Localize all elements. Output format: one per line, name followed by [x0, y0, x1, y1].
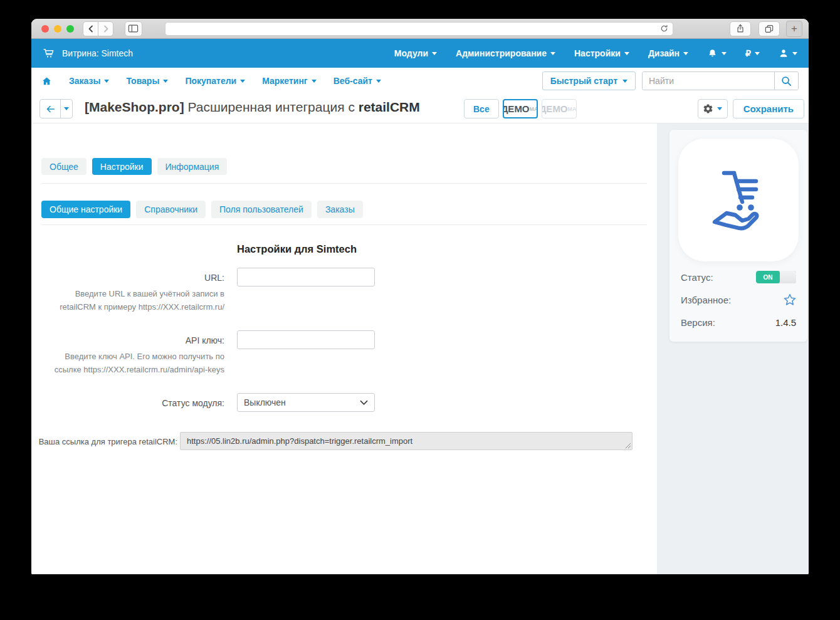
trigger-link-textarea[interactable]: https://05.lin2b.ru/admin.php?dispatch=t…	[180, 432, 633, 450]
menu-design[interactable]: Дизайн	[648, 48, 688, 58]
menu-design-label: Дизайн	[648, 48, 680, 58]
chevron-left-icon	[87, 24, 95, 33]
tab-directories[interactable]: Справочники	[136, 201, 206, 218]
search-input[interactable]	[643, 72, 774, 90]
page-title-prefix: [MakeShop.pro]	[85, 100, 184, 114]
address-bar[interactable]	[165, 22, 673, 36]
menu-administration-label: Администрирование	[456, 48, 547, 58]
browser-window: + Витрина: Simtech Модули Администрирова…	[31, 19, 809, 574]
caret-down-icon	[683, 52, 688, 55]
account-menu[interactable]	[779, 48, 797, 58]
storefront-demo-button[interactable]: ДЕМОМА	[542, 99, 577, 118]
menu-modules-label: Модули	[394, 48, 428, 58]
tab-general-settings[interactable]: Общие настройки	[41, 201, 130, 218]
storefront-demo-button-active[interactable]: ДЕМОМА	[503, 99, 538, 118]
caret-down-icon	[717, 107, 722, 110]
gear-icon	[703, 103, 713, 114]
settings-gear-button[interactable]	[698, 99, 728, 118]
module-info-card: Статус: ON Избранное: Версия: 1.4.5	[669, 130, 807, 342]
reload-icon[interactable]	[660, 24, 668, 33]
tab-user-fields[interactable]: Поля пользователей	[211, 201, 312, 218]
close-window-button[interactable]	[41, 25, 49, 33]
module-status-select[interactable]: Выключен	[237, 393, 375, 412]
share-button[interactable]	[730, 21, 751, 36]
menu-modules[interactable]: Модули	[394, 48, 437, 58]
all-storefronts-button[interactable]: Все	[464, 99, 499, 118]
menu-settings[interactable]: Настройки	[574, 48, 629, 58]
quick-start-label: Быстрый старт	[550, 76, 617, 86]
menu-administration[interactable]: Администрирование	[456, 48, 555, 58]
caret-down-icon	[755, 52, 760, 55]
tabs-icon	[764, 24, 774, 34]
forward-button[interactable]	[98, 21, 113, 36]
tab-orders[interactable]: Заказы	[317, 201, 363, 218]
page-title-middle: Расширенная интеграция с	[184, 100, 359, 114]
minimize-window-button[interactable]	[54, 25, 61, 33]
caret-down-icon	[312, 80, 317, 83]
tab-general[interactable]: Общее	[41, 158, 87, 175]
save-button[interactable]: Сохранить	[733, 99, 804, 118]
caret-down-icon	[240, 80, 245, 83]
topbar-menus: Модули Администрирование Настройки Дизай…	[394, 48, 797, 59]
divider	[41, 183, 647, 184]
chevron-right-icon	[102, 24, 110, 33]
admin-topbar: Витрина: Simtech Модули Администрировани…	[31, 39, 809, 68]
caret-down-icon	[376, 80, 381, 83]
tab-settings[interactable]: Настройки	[92, 158, 152, 175]
storefront-switcher[interactable]: Витрина: Simtech	[43, 47, 133, 60]
notifications-menu[interactable]	[707, 48, 727, 59]
tab-information[interactable]: Информация	[157, 158, 228, 175]
new-tab-button[interactable]: +	[786, 21, 802, 37]
sidebar-toggle-button[interactable]	[125, 21, 142, 36]
module-logo-tile	[678, 139, 799, 261]
nav-website-label: Веб-сайт	[333, 76, 372, 86]
module-version-row: Версия: 1.4.5	[678, 315, 799, 329]
page-content: Общее Настройки Информация Общие настрой…	[31, 123, 809, 574]
currency-menu[interactable]: ₽	[745, 48, 760, 58]
module-status-toggle[interactable]: ON	[756, 271, 796, 283]
module-status-row-label: Статус:	[681, 272, 713, 283]
back-page-button[interactable]	[40, 100, 60, 118]
quick-start-button[interactable]: Быстрый старт	[542, 71, 636, 90]
favorite-label: Избранное:	[681, 295, 731, 305]
nav-marketing[interactable]: Маркетинг	[262, 76, 317, 86]
api-key-hint: Введите ключ API. Его можно получить по …	[31, 350, 224, 376]
module-logo-cart-hand-icon	[698, 160, 779, 240]
module-status-label: Статус модуля:	[31, 398, 224, 408]
module-status-value: Выключен	[244, 397, 286, 407]
search-button[interactable]	[774, 72, 798, 90]
back-button[interactable]	[83, 21, 98, 36]
page-title: [MakeShop.pro] Расширенная интеграция с …	[85, 100, 420, 115]
form-heading-prefix: Настройки для	[237, 243, 317, 255]
storefront-buttons: Все ДЕМОМА ДЕМОМА	[464, 99, 577, 118]
user-icon	[779, 48, 789, 58]
tab-overview-button[interactable]	[759, 21, 780, 36]
nav-products[interactable]: Товары	[126, 76, 168, 86]
nav-orders[interactable]: Заказы	[69, 76, 109, 86]
window-controls	[41, 25, 74, 33]
page-header: [MakeShop.pro] Расширенная интеграция с …	[31, 94, 809, 123]
caret-down-icon	[722, 52, 727, 55]
api-key-input[interactable]	[237, 330, 375, 349]
search-icon	[781, 76, 792, 87]
url-input[interactable]	[237, 268, 375, 286]
zoom-window-button[interactable]	[66, 25, 74, 33]
caret-down-icon	[624, 52, 629, 55]
storefront-label: Витрина: Simtech	[62, 48, 133, 58]
api-key-label: API ключ:	[31, 335, 224, 345]
demo-label-sup: МА	[568, 106, 577, 112]
api-hint-line2: ссылке https://XXX.retailcrm.ru/admin/ap…	[31, 364, 224, 377]
module-favorite-row: Избранное:	[678, 293, 799, 307]
module-status-row: Статус: ON	[678, 270, 799, 284]
share-icon	[735, 23, 745, 34]
nav-customers[interactable]: Покупатели	[185, 76, 245, 86]
divider	[41, 224, 647, 225]
back-menu-button[interactable]	[60, 100, 72, 118]
caret-down-icon	[64, 107, 69, 110]
primary-tabs: Общее Настройки Информация	[41, 158, 227, 175]
browser-toolbar: +	[31, 19, 809, 39]
nav-website[interactable]: Веб-сайт	[333, 76, 381, 86]
url-hint-line1: Введите URL к вашей учётной записи в	[31, 288, 224, 301]
home-button[interactable]	[41, 76, 52, 87]
star-icon[interactable]	[784, 293, 796, 306]
